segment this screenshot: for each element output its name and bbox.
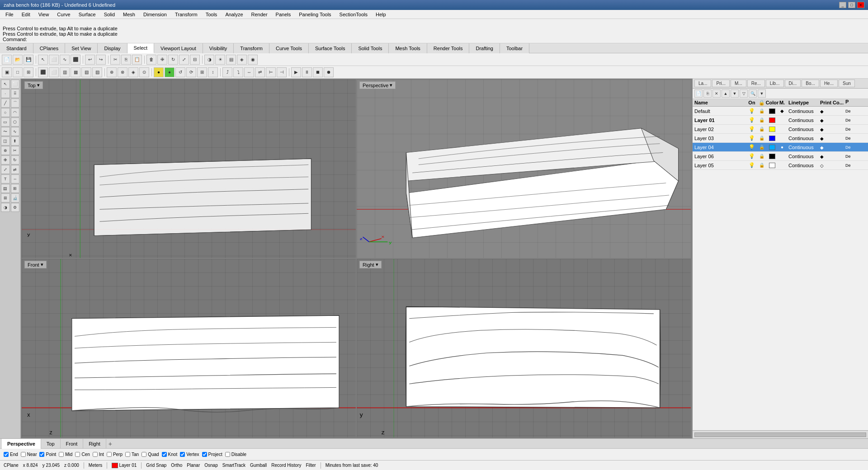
layer-on-default[interactable]: 💡 [747, 108, 757, 114]
tb2-21[interactable]: ⤵ [233, 67, 243, 77]
tb2-26[interactable]: ▶ [291, 67, 301, 77]
tool-properties[interactable]: ⚙ [11, 203, 20, 212]
tab-curve-tools[interactable]: Curve Tools [269, 43, 309, 53]
tool-line[interactable]: ╱ [1, 99, 10, 108]
layer-color-05[interactable] [767, 163, 778, 168]
layer-filter-btn[interactable]: ▽ [740, 89, 748, 98]
snap-end[interactable]: End [4, 452, 18, 457]
menu-edit[interactable]: Edit [18, 11, 34, 18]
tab-standard[interactable]: Standard [0, 43, 33, 53]
menu-tools[interactable]: Tools [202, 11, 221, 18]
menu-solid[interactable]: Solid [100, 11, 118, 18]
tool-polyline[interactable]: ⌒ [11, 99, 20, 108]
tb2-13[interactable]: ⊙ [139, 67, 149, 77]
layer-row-06[interactable]: Layer 06 💡 🔒 Continuous ◆ De [693, 152, 868, 161]
tool-select-arrow[interactable]: ↖ [1, 80, 10, 89]
panel-tab-print[interactable]: Pri... [712, 80, 730, 87]
tb2-12[interactable]: ◈ [128, 67, 138, 77]
tool-dim[interactable]: ↔ [11, 174, 20, 183]
vp-tab-top[interactable]: Top [41, 439, 61, 449]
panel-tab-layers[interactable]: La... [694, 80, 711, 87]
layer-lock-06[interactable]: 🔒 [757, 154, 767, 159]
tool-extrude[interactable]: ⬆ [11, 136, 20, 146]
tb2-1[interactable]: ▣ [2, 67, 12, 77]
tb-window-select[interactable]: ⬜ [49, 55, 59, 65]
snap-tan[interactable]: Tan [125, 452, 139, 457]
layer-search-btn[interactable]: 🔍 [749, 89, 757, 98]
layer-lock-default[interactable]: 🔒 [757, 108, 767, 113]
maximize-button[interactable]: □ [848, 2, 855, 8]
tb-shade[interactable]: ◑ [204, 55, 214, 65]
layer-row-01[interactable]: Layer 01 💡 🔒 Continuous ◆ De [693, 116, 868, 125]
panel-tab-sun[interactable]: Sun [839, 80, 855, 87]
snap-point-checkbox[interactable] [39, 452, 44, 457]
tab-transform[interactable]: Transform [234, 43, 269, 53]
snap-quad-checkbox[interactable] [142, 452, 146, 457]
tb-invert[interactable]: ⬛ [71, 55, 80, 65]
tb2-14[interactable]: ● [154, 67, 164, 77]
tab-setview[interactable]: Set View [65, 43, 98, 53]
layer-lock-04[interactable]: 🔒 [757, 145, 767, 150]
panel-tab-material[interactable]: M... [731, 80, 746, 87]
layer-color-06[interactable] [767, 154, 778, 159]
layer-mat-default[interactable]: ◆ [778, 108, 787, 113]
tool-polygon[interactable]: ⬡ [11, 118, 20, 127]
command-input[interactable] [29, 37, 865, 42]
tb-copy[interactable]: ⎘ [121, 55, 131, 65]
tab-display[interactable]: Display [98, 43, 127, 53]
minimize-button[interactable]: _ [839, 2, 846, 8]
snap-knot[interactable]: Knot [162, 452, 178, 457]
tb2-11[interactable]: ⊗ [118, 67, 127, 77]
panel-tab-dim[interactable]: Di... [785, 80, 801, 87]
tb-select[interactable]: ↖ [38, 55, 48, 65]
tb2-7[interactable]: ▦ [71, 67, 80, 77]
menu-mesh[interactable]: Mesh [119, 11, 139, 18]
layer-delete-btn[interactable]: ✕ [712, 89, 721, 98]
tb-move[interactable]: ✙ [157, 55, 167, 65]
snap-point[interactable]: Point [39, 452, 56, 457]
tool-select-region[interactable]: ⬜ [11, 80, 20, 89]
tb2-10[interactable]: ⊕ [107, 67, 117, 77]
tab-drafting[interactable]: Drafting [469, 43, 500, 53]
tool-text[interactable]: T [1, 174, 10, 183]
panel-tab-lib[interactable]: Lib... [766, 80, 784, 87]
snap-disable[interactable]: Disable [225, 452, 246, 457]
tool-render-preview[interactable]: ◑ [1, 203, 10, 212]
right-panel-scrollbar[interactable] [693, 430, 868, 438]
tab-mesh-tools[interactable]: Mesh Tools [389, 43, 427, 53]
vp-tab-right[interactable]: Right [83, 439, 106, 449]
tool-trim[interactable]: ✂ [11, 146, 20, 155]
viewport-front-label[interactable]: Front ▾ [24, 261, 47, 268]
layer-lock-03[interactable]: 🔒 [757, 136, 767, 141]
menu-file[interactable]: File [2, 11, 17, 18]
tb2-20[interactable]: ⤴ [222, 67, 232, 77]
layer-color-02[interactable] [767, 127, 778, 132]
menu-analyze[interactable]: Analyze [222, 11, 246, 18]
panel-tab-bo[interactable]: Bo... [802, 80, 819, 87]
tool-rotate[interactable]: ↻ [11, 155, 20, 164]
layer-color-01[interactable] [767, 118, 778, 123]
tb2-4[interactable]: ⬛ [38, 67, 48, 77]
layer-on-06[interactable]: 💡 [747, 153, 757, 159]
tb-new[interactable]: 📄 [2, 55, 12, 65]
tool-scale[interactable]: ⤢ [1, 165, 10, 174]
menu-render[interactable]: Render [248, 11, 271, 18]
tool-nurbs[interactable]: ∿ [11, 127, 20, 136]
layer-on-04[interactable]: 💡 [747, 144, 757, 150]
snap-cen-checkbox[interactable] [75, 452, 80, 457]
tb-save[interactable]: 💾 [24, 55, 33, 65]
tool-boolean[interactable]: ⊕ [1, 146, 10, 155]
tb-open[interactable]: 📂 [13, 55, 23, 65]
tb-scale[interactable]: ⤢ [179, 55, 189, 65]
tb2-3[interactable]: ⊞ [24, 67, 33, 77]
status-smarttrack[interactable]: SmartTrack [222, 463, 245, 468]
snap-vertex-checkbox[interactable] [180, 452, 185, 457]
menu-paneling-tools[interactable]: Paneling Tools [295, 11, 335, 18]
layer-color-04[interactable] [767, 145, 778, 150]
layer-color-03[interactable] [767, 136, 778, 141]
viewport-perspective-label[interactable]: Perspective ▾ [359, 81, 396, 89]
panel-tab-he[interactable]: He... [820, 80, 838, 87]
menu-dimension[interactable]: Dimension [140, 11, 170, 18]
menu-help[interactable]: Help [372, 11, 390, 18]
tb2-6[interactable]: ▥ [60, 67, 70, 77]
